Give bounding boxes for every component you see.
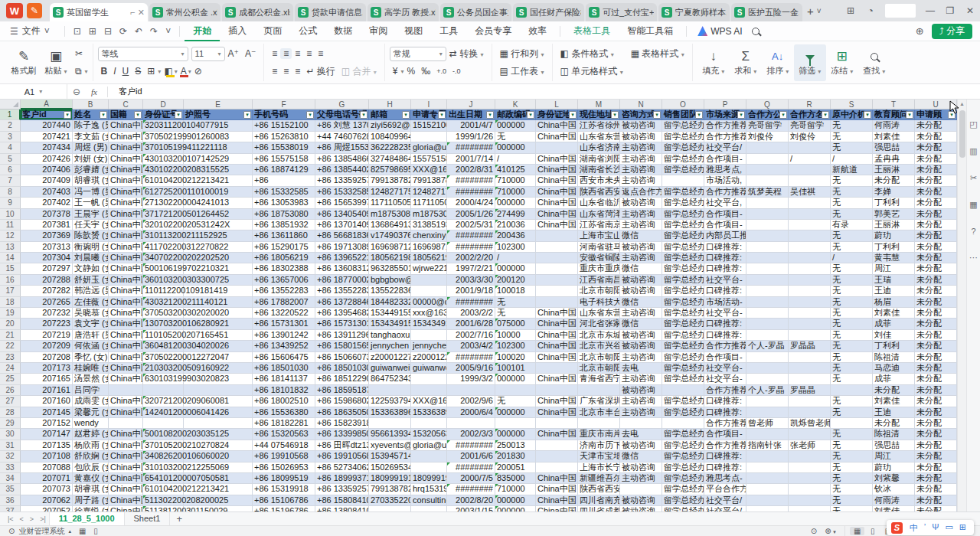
cell-Q3[interactable]: 刘俊伶 (746, 132, 789, 142)
vertical-scroll-thumb[interactable] (959, 110, 965, 158)
cell-F1[interactable]: 手机号码▾ (253, 109, 315, 120)
cell-H2[interactable]: ziyi5692@q (369, 120, 411, 131)
format-painter-button[interactable]: ✎ 格式刷 (8, 44, 40, 81)
cell-D8[interactable]: 612725200110100019 (143, 187, 184, 198)
cell-I1[interactable]: 申请专用▾ (411, 109, 447, 120)
cell-I9[interactable]: 117110505 (411, 198, 447, 208)
cell-T13[interactable]: 丁利利 (873, 242, 915, 253)
cell-O25[interactable]: 留学总经办 (662, 374, 704, 384)
row-number[interactable]: 8 (0, 187, 21, 198)
cell-Q7[interactable] (746, 175, 789, 186)
cell-F29[interactable]: +86 18182281 (253, 418, 315, 429)
cell-C14[interactable]: China中国 (109, 253, 143, 263)
row-number[interactable]: 5 (0, 154, 21, 165)
column-header-A[interactable]: A (21, 100, 73, 109)
cell-S27[interactable]: 无 (831, 396, 873, 407)
cell-R34[interactable] (789, 473, 831, 484)
cell-T28[interactable]: 王迪 (873, 407, 915, 418)
cell-U33[interactable]: 未分配 (915, 462, 957, 473)
prev-sheet-icon[interactable]: < (17, 515, 27, 523)
cell-J6[interactable]: 2002/8/31 (447, 165, 495, 175)
cell-U11[interactable]: 未分配 (915, 220, 957, 230)
row-number[interactable]: 34 (0, 473, 21, 484)
cell-N14[interactable]: 主动咨询 (620, 253, 662, 263)
cell-G32[interactable]: +86 19910568 (315, 451, 369, 462)
cell-N24[interactable]: 去电 (620, 363, 662, 374)
fill-button[interactable]: ↓填充 ▾ (697, 44, 730, 81)
row-number[interactable]: 15 (0, 263, 21, 274)
cell-D12[interactable]: 310113200211152925 (143, 230, 184, 241)
cell-C1[interactable]: 国籍▾ (109, 109, 143, 120)
column-header-K[interactable]: K (495, 100, 536, 109)
cell-S6[interactable]: 新航道 (831, 165, 873, 175)
cell-N13[interactable]: 被动咨询 (620, 242, 662, 253)
cell-T30[interactable]: 陈祖清 (873, 429, 915, 440)
row-number[interactable]: 27 (0, 396, 21, 407)
cell-C13[interactable]: China中国 (109, 242, 143, 253)
mic-icon[interactable]: Ψ (929, 522, 942, 534)
cell-O20[interactable]: 留学总经办 (662, 319, 704, 329)
cell-L36[interactable]: China中国 (536, 495, 578, 506)
cell-D9[interactable]: 271302200004241013 (143, 198, 184, 208)
cell-S30[interactable]: 无 (831, 429, 873, 440)
cell-P23[interactable]: 合作项目- (704, 352, 746, 363)
cell-P20[interactable]: 口碑推荐: (704, 319, 746, 329)
cell-C5[interactable]: China中国 (109, 154, 143, 165)
cell-F14[interactable]: +86 18056219 (253, 253, 315, 263)
column-header-E[interactable]: E (184, 100, 253, 109)
cell-O28[interactable]: 留学总经办 (662, 407, 704, 418)
cell-H17[interactable]: 135522836 (369, 286, 411, 296)
cell-I30[interactable]: 153205635 (411, 429, 447, 440)
row-number[interactable]: 20 (0, 319, 21, 329)
cell-J8[interactable]: ######## (447, 187, 495, 198)
cell-P31[interactable]: 合作方推荐 (704, 440, 746, 451)
cell-L3[interactable]: China中国 (536, 132, 578, 142)
cell-C37[interactable]: China中国 (109, 506, 143, 511)
filter-dropdown-icon[interactable]: ▾ (569, 111, 577, 119)
cell-O16[interactable]: 留学总经办 (662, 275, 704, 286)
increase-decimal-icon[interactable]: +.0 (433, 67, 449, 75)
cell-H7[interactable]: 799138782 (369, 175, 411, 186)
cell-P13[interactable]: 口碑推荐: (704, 242, 746, 253)
sum-button[interactable]: Σ求和 ▾ (730, 44, 762, 81)
close-button[interactable]: ✕ (960, 5, 980, 16)
cell-H8[interactable]: 124827175 (369, 187, 411, 198)
cell-M6[interactable]: 湖南省长沙 (578, 165, 620, 175)
workbook-tab[interactable]: S高学历 教授.xlsx (368, 3, 439, 21)
cell-K8[interactable]: 710000 (495, 187, 536, 198)
cell-A19[interactable]: 207232 (21, 308, 73, 319)
cell-O5[interactable]: 留学总经办 (662, 154, 704, 165)
maximize-button[interactable]: ❐ (940, 5, 960, 16)
cell-K21[interactable]: 10000 (495, 330, 536, 341)
cell-R36[interactable] (789, 495, 831, 506)
cell-M34[interactable]: 新疆维吾尔 (578, 473, 620, 484)
cell-I32[interactable] (411, 451, 447, 462)
cell-G20[interactable]: +86 1573130169 (315, 319, 369, 329)
cell-H34[interactable]: 180999191 (369, 473, 411, 484)
cell-M10[interactable]: 山东省菏泽 (578, 209, 620, 220)
cell-A24[interactable]: 207173 (21, 363, 73, 374)
cell-L11[interactable]: China中国 (536, 220, 578, 230)
cell-H19[interactable]: 1534491551 (369, 308, 411, 319)
cell-J5[interactable]: 2001/7/14 (447, 154, 495, 165)
reading-eye-icon[interactable]: ⊙ (807, 527, 821, 535)
cell-B29[interactable]: wendy (73, 418, 109, 429)
output-icon[interactable]: ⊞ (85, 26, 100, 37)
cell-B14[interactable]: 刘晨曦 (女 (73, 253, 109, 263)
increase-font-icon[interactable]: A⁺ (225, 48, 242, 59)
cell-F18[interactable]: +86 17882007 (253, 297, 315, 308)
cell-J2[interactable]: 2001/4/7 (447, 120, 495, 131)
cell-R33[interactable] (789, 462, 831, 473)
vertical-scrollbar[interactable]: ▲ (957, 100, 966, 511)
cell-R23[interactable] (789, 352, 831, 363)
cell-J16[interactable]: 2003/3/30 (447, 275, 495, 286)
cell-C9[interactable]: China中国 (109, 198, 143, 208)
cell-U17[interactable]: 未分配 (915, 286, 957, 296)
cell-J11[interactable]: 2002/5/31 (447, 220, 495, 230)
cell-D24[interactable]: 210303200509160922 (143, 363, 184, 374)
cell-D15[interactable]: 500106199702210321 (143, 263, 184, 274)
cell-R35[interactable] (789, 484, 831, 495)
cell-G1[interactable]: 父母电话号码▾ (315, 109, 369, 120)
strikethrough-button[interactable]: S (132, 66, 144, 77)
cell-J1[interactable]: 出生日期▾ (447, 109, 495, 120)
